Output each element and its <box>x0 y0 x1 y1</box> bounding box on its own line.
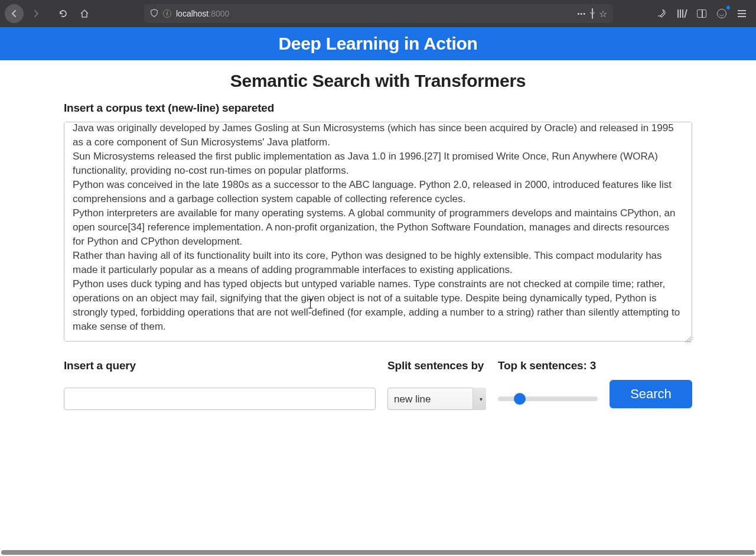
app-header: Deep Learning in Action <box>0 27 756 60</box>
page-content: Semantic Search with Transformers Insert… <box>0 60 756 410</box>
app-title: Deep Learning in Action <box>278 34 477 54</box>
corpus-textarea[interactable] <box>64 122 692 342</box>
query-label: Insert a query <box>64 359 376 372</box>
profile-icon[interactable]: ◡ <box>712 5 731 22</box>
topk-value: 3 <box>590 359 596 372</box>
address-bar[interactable]: i localhost:8000 ••• ☆ <box>144 4 613 23</box>
url-text: localhost:8000 <box>176 9 572 18</box>
page-title: Semantic Search with Transformers <box>64 71 692 91</box>
slider-thumb[interactable] <box>514 393 526 405</box>
split-label: Split sentences by <box>387 359 486 372</box>
library-icon[interactable] <box>672 5 691 22</box>
back-button[interactable] <box>5 4 24 23</box>
home-button[interactable] <box>76 5 93 22</box>
menu-button[interactable] <box>732 5 751 22</box>
forward-button[interactable] <box>27 5 45 22</box>
horizontal-scrollbar[interactable] <box>1 550 755 555</box>
reload-button[interactable] <box>54 5 72 22</box>
topk-slider[interactable] <box>498 396 598 401</box>
pocket-icon[interactable] <box>592 9 593 18</box>
search-button[interactable]: Search <box>610 380 692 408</box>
query-input[interactable] <box>64 388 376 410</box>
shield-icon <box>150 9 158 19</box>
bookmark-star-icon[interactable]: ☆ <box>599 8 607 19</box>
info-icon[interactable]: i <box>163 9 171 18</box>
topk-label: Top k sentences: 3 <box>498 359 598 372</box>
corpus-label: Insert a corpus text (new-line) separete… <box>64 102 692 115</box>
sidebar-icon[interactable] <box>692 5 711 22</box>
split-select[interactable]: new line <box>387 388 486 410</box>
page-actions-ellipsis[interactable]: ••• <box>577 10 586 17</box>
browser-toolbar: i localhost:8000 ••• ☆ ◡ <box>0 0 756 27</box>
devtools-icon[interactable] <box>652 5 671 22</box>
